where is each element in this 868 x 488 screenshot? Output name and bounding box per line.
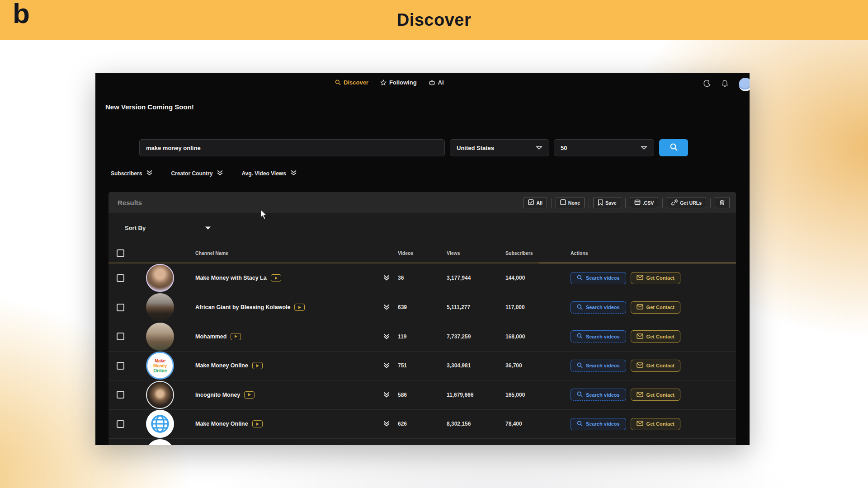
chevron-down-icon bbox=[536, 145, 542, 151]
nav-item-ai[interactable]: AI bbox=[429, 79, 444, 86]
views-count: 8,302,156 bbox=[447, 421, 505, 427]
top-header: b Discover bbox=[0, 0, 868, 40]
export-csv-button[interactable]: .CSV bbox=[630, 197, 659, 208]
table-row: Search videos Get Contact bbox=[108, 438, 736, 445]
search-icon bbox=[577, 275, 583, 282]
nav-item-following[interactable]: Following bbox=[380, 79, 417, 86]
youtube-play-icon[interactable] bbox=[271, 274, 281, 282]
nav-item-discover[interactable]: Discover bbox=[335, 79, 368, 86]
youtube-play-icon[interactable] bbox=[244, 391, 255, 399]
filter-label: Subscribers bbox=[111, 170, 142, 177]
search-videos-button[interactable]: Search videos bbox=[571, 418, 626, 430]
column-views: Views bbox=[447, 250, 505, 256]
toolbar-divider bbox=[551, 198, 552, 208]
results-count-select[interactable]: 50 bbox=[554, 139, 654, 156]
empty-checkbox-icon bbox=[560, 199, 566, 206]
row-checkbox-cell bbox=[108, 333, 132, 340]
row-checkbox-cell bbox=[108, 274, 132, 282]
get-contact-button[interactable]: Get Contact bbox=[631, 272, 680, 284]
expand-row-chevron[interactable] bbox=[375, 392, 398, 398]
notifications-bell-icon[interactable] bbox=[721, 80, 729, 89]
channel-avatar bbox=[146, 381, 174, 409]
views-count: 3,304,981 bbox=[447, 362, 505, 369]
sort-by-label: Sort By bbox=[125, 225, 146, 231]
youtube-play-icon[interactable] bbox=[252, 362, 263, 369]
row-checkbox[interactable] bbox=[117, 304, 124, 311]
row-checkbox[interactable] bbox=[117, 362, 124, 370]
channel-avatar: MakeMoneyOnline bbox=[146, 352, 174, 380]
search-videos-button[interactable]: Search videos bbox=[571, 360, 626, 372]
get-contact-button[interactable]: Get Contact bbox=[631, 330, 680, 343]
youtube-play-icon[interactable] bbox=[252, 420, 263, 427]
theme-moon-icon[interactable] bbox=[703, 80, 711, 89]
channel-name[interactable]: Incognito Money bbox=[195, 392, 240, 398]
get-urls-button[interactable]: Get URLs bbox=[667, 197, 706, 208]
row-checkbox[interactable] bbox=[117, 333, 124, 340]
select-all-checkbox[interactable] bbox=[117, 249, 124, 257]
envelope-icon bbox=[637, 275, 643, 281]
header-checkbox-cell bbox=[108, 249, 132, 257]
csv-file-icon bbox=[634, 199, 641, 206]
get-contact-button[interactable]: Get Contact bbox=[631, 360, 680, 372]
sort-dropdown[interactable] bbox=[204, 224, 212, 232]
table-row: African Giant by Blessing Kolawole 639 5… bbox=[108, 293, 736, 322]
expand-row-chevron[interactable] bbox=[375, 362, 398, 369]
channel-name-cell: Make Money Online bbox=[169, 362, 375, 369]
channel-name[interactable]: Make Money Online bbox=[195, 362, 248, 369]
table-header: Channel Name Videos Views Subscribers Ac… bbox=[108, 243, 736, 263]
country-select[interactable]: United States bbox=[450, 139, 549, 156]
filter-creator-country[interactable]: Creator Country bbox=[171, 170, 223, 177]
get-contact-button[interactable]: Get Contact bbox=[631, 389, 680, 401]
filter-subscribers[interactable]: Subscribers bbox=[111, 170, 153, 177]
country-select-value: United States bbox=[457, 145, 494, 151]
expand-row-chevron[interactable] bbox=[375, 304, 398, 310]
channel-name[interactable]: Make Money Online bbox=[195, 421, 248, 427]
app-window: Discover Following AI New Version Coming… bbox=[95, 73, 750, 445]
avatar-cell bbox=[132, 410, 169, 438]
expand-row-chevron[interactable] bbox=[375, 275, 398, 281]
channel-name-cell: Mohammed bbox=[169, 333, 375, 340]
checked-checkbox-icon bbox=[528, 199, 534, 206]
channel-name[interactable]: African Giant by Blessing Kolawole bbox=[195, 304, 290, 310]
envelope-icon bbox=[637, 304, 643, 310]
row-checkbox[interactable] bbox=[117, 420, 124, 428]
channel-name-cell: African Giant by Blessing Kolawole bbox=[169, 304, 375, 311]
search-button[interactable] bbox=[659, 139, 688, 156]
results-count-value: 50 bbox=[561, 145, 567, 151]
row-checkbox[interactable] bbox=[117, 391, 124, 399]
delete-button[interactable] bbox=[715, 197, 730, 208]
search-videos-button[interactable]: Search videos bbox=[571, 389, 626, 401]
search-videos-button[interactable]: Search videos bbox=[571, 330, 626, 343]
get-contact-button[interactable]: Get Contact bbox=[631, 418, 680, 430]
youtube-play-icon[interactable] bbox=[294, 304, 305, 311]
user-avatar[interactable] bbox=[739, 78, 750, 91]
toolbar-divider bbox=[625, 198, 626, 208]
row-checkbox[interactable] bbox=[117, 274, 124, 282]
select-all-button[interactable]: All bbox=[524, 197, 547, 208]
results-header: Results All None bbox=[108, 192, 736, 213]
youtube-play-icon[interactable] bbox=[231, 333, 241, 340]
expand-row-chevron[interactable] bbox=[375, 421, 398, 427]
filter-avg-video-views[interactable]: Avg. Video Views bbox=[241, 170, 297, 177]
column-channel-name: Channel Name bbox=[169, 250, 375, 256]
row-actions: Search videos Get Contact bbox=[571, 301, 736, 314]
get-contact-button[interactable]: Get Contact bbox=[631, 301, 680, 314]
table-row: Incognito Money 586 11,679,666 165,000 S… bbox=[108, 380, 736, 409]
row-actions: Search videos Get Contact bbox=[571, 360, 736, 372]
channel-name[interactable]: Make Money with Stacy La bbox=[195, 275, 267, 281]
app-nav: Discover Following AI bbox=[335, 79, 444, 86]
avatar-logo-text: Money bbox=[153, 363, 167, 368]
expand-row-chevron[interactable] bbox=[375, 333, 398, 340]
videos-count: 751 bbox=[398, 362, 447, 369]
star-icon bbox=[380, 80, 387, 86]
select-none-button[interactable]: None bbox=[556, 197, 585, 208]
search-input[interactable] bbox=[139, 139, 445, 156]
search-videos-button[interactable]: Search videos bbox=[571, 301, 626, 314]
search-videos-button[interactable]: Search videos bbox=[571, 272, 626, 284]
channel-name[interactable]: Mohammed bbox=[195, 333, 226, 340]
envelope-icon bbox=[637, 392, 643, 398]
table-row: Mohammed 119 7,737,259 168,000 Search vi… bbox=[108, 322, 736, 351]
row-checkbox-cell bbox=[108, 362, 132, 370]
views-count: 11,679,666 bbox=[447, 392, 505, 398]
save-button[interactable]: Save bbox=[593, 197, 621, 208]
